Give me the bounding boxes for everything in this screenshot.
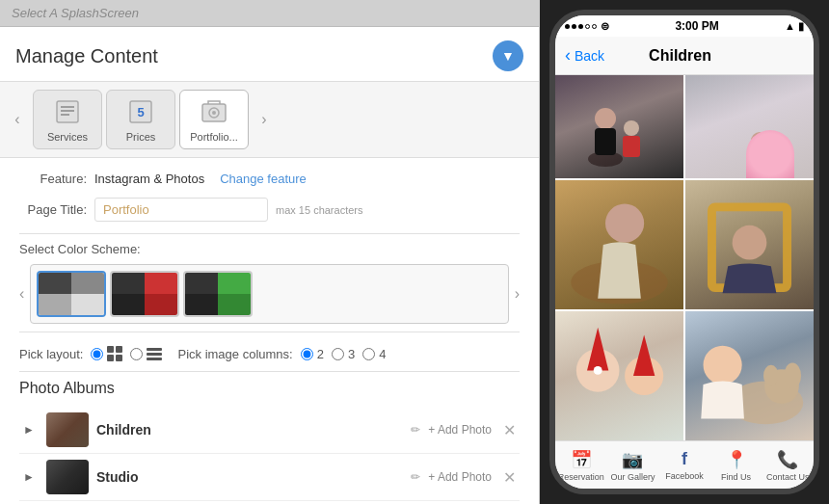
svg-point-10: [595, 108, 616, 129]
add-photo-studio-btn[interactable]: + Add Photo: [428, 470, 492, 484]
color-swatch-dark-red[interactable]: [110, 271, 179, 317]
portfolio-tab-label: Portfolio...: [190, 131, 238, 143]
grid-icon: [107, 346, 122, 361]
left-panel: Select A SplashScreen Manage Content ▼ ‹…: [0, 0, 540, 504]
tab-portfolio[interactable]: Portfolio...: [179, 90, 249, 149]
page-title-input[interactable]: [94, 198, 268, 222]
svg-marker-22: [633, 335, 655, 376]
color-scheme-next[interactable]: ›: [515, 285, 520, 303]
tab-prices[interactable]: 5 Prices: [106, 90, 175, 149]
prices-tab-label: Prices: [126, 131, 156, 143]
album-expand-studio[interactable]: ►: [23, 470, 39, 484]
image-columns-label: Pick image columns:: [177, 347, 292, 361]
change-feature-link[interactable]: Change feature: [220, 172, 307, 186]
remove-studio-btn[interactable]: ✕: [503, 468, 516, 487]
svg-rect-11: [595, 128, 616, 155]
status-time: 3:00 PM: [675, 19, 718, 33]
color-swatch-dark-gray[interactable]: [37, 271, 106, 317]
svg-marker-19: [587, 328, 608, 371]
photo-grid: [555, 75, 814, 440]
photo-cell-2[interactable]: [685, 75, 814, 178]
reservation-icon: 📅: [571, 449, 592, 470]
svg-point-27: [704, 346, 742, 385]
edit-studio-icon[interactable]: ✏: [411, 470, 420, 484]
columns-2-option[interactable]: 2: [301, 347, 324, 361]
services-tab-label: Services: [47, 131, 88, 143]
ios-tab-reservation[interactable]: 📅 Reservation: [555, 449, 607, 482]
content-area: Feature: Instagram & Photos Change featu…: [0, 158, 539, 504]
findus-label: Find Us: [721, 472, 751, 482]
services-icon: [52, 96, 83, 127]
svg-point-26: [763, 365, 779, 386]
page-title-label: Page Title:: [19, 202, 87, 217]
photo-cell-3[interactable]: [555, 180, 683, 309]
list-icon: [147, 346, 162, 361]
nav-prev-arrow[interactable]: ‹: [6, 108, 29, 131]
album-name-children: Children: [96, 422, 403, 438]
ios-tab-bar: 📅 Reservation 📷 Our Gallery f Facebook 📍…: [555, 440, 814, 489]
layout-grid-option[interactable]: [91, 346, 122, 361]
dropdown-button[interactable]: ▼: [493, 40, 523, 71]
ios-back-button[interactable]: ‹ Back: [565, 45, 604, 66]
facebook-label: Facebook: [665, 471, 704, 481]
divider-1: [19, 233, 520, 234]
back-chevron-icon: ‹: [565, 45, 571, 66]
contact-icon: 📞: [777, 449, 798, 470]
photo-cell-6[interactable]: [685, 311, 814, 440]
photo-cell-4[interactable]: [685, 180, 814, 309]
columns-4-label: 4: [379, 347, 386, 361]
ios-nav-bar: ‹ Back Children: [555, 37, 814, 75]
svg-rect-0: [57, 101, 78, 122]
color-swatch-dark-green[interactable]: [183, 271, 253, 317]
gallery-label: Our Gallery: [610, 472, 655, 482]
portfolio-icon: [199, 96, 229, 127]
svg-point-25: [784, 363, 801, 389]
album-thumb-children: [46, 412, 89, 447]
top-bar-title: Select A SplashScreen: [12, 6, 139, 20]
color-scheme-row: ‹: [19, 264, 520, 324]
photo-cell-1[interactable]: [555, 75, 683, 178]
divider-2: [19, 332, 520, 332]
nav-next-arrow[interactable]: ›: [253, 108, 276, 131]
ios-tab-findus[interactable]: 📍 Find Us: [710, 449, 762, 482]
remove-children-btn[interactable]: ✕: [503, 421, 516, 439]
color-scheme-label: Select Color Scheme:: [19, 242, 520, 256]
layout-label: Pick layout:: [19, 347, 83, 361]
photo-cell-5[interactable]: [555, 311, 683, 440]
photo-albums-title: Photo Albums: [19, 380, 520, 397]
status-signal-icon: ▲: [785, 20, 795, 32]
findus-icon: 📍: [726, 449, 747, 470]
edit-children-icon[interactable]: ✏: [411, 423, 420, 437]
columns-4-option[interactable]: 4: [362, 347, 386, 361]
status-left: ⊜: [565, 20, 609, 33]
ios-status-bar: ⊜ 3:00 PM ▲ ▮: [555, 15, 814, 37]
svg-point-12: [624, 120, 639, 136]
status-signal-dots: [565, 24, 597, 29]
ios-tab-facebook[interactable]: f Facebook: [658, 449, 710, 481]
ios-tab-gallery[interactable]: 📷 Our Gallery: [607, 449, 659, 482]
add-photo-children-btn[interactable]: + Add Photo: [428, 423, 492, 437]
prices-icon: 5: [125, 96, 156, 127]
svg-point-8: [212, 111, 216, 115]
tab-services[interactable]: Services: [33, 90, 102, 149]
layout-row: Pick layout: Pick image columns:: [19, 346, 520, 361]
status-battery-icon: ▮: [798, 20, 804, 33]
svg-text:5: 5: [137, 105, 144, 119]
ios-tab-contact[interactable]: 📞 Contact Us: [762, 449, 814, 482]
album-name-studio: Studio: [96, 469, 403, 485]
columns-2-label: 2: [317, 347, 324, 361]
status-wifi-icon: ⊜: [601, 20, 609, 33]
album-expand-children[interactable]: ►: [23, 423, 39, 437]
status-right: ▲ ▮: [785, 20, 804, 33]
page-title-row: Page Title: max 15 characters: [19, 198, 520, 222]
iphone-screen: ⊜ 3:00 PM ▲ ▮ ‹ Back Children: [555, 15, 814, 489]
max-chars-label: max 15 characters: [276, 204, 362, 216]
color-scheme-prev[interactable]: ‹: [19, 285, 24, 303]
gallery-icon: 📷: [622, 449, 643, 470]
columns-3-option[interactable]: 3: [332, 347, 355, 361]
layout-section: Pick layout:: [19, 346, 162, 361]
feature-value: Instagram & Photos: [94, 172, 204, 186]
layout-list-option[interactable]: [130, 346, 162, 361]
ios-nav-title: Children: [649, 47, 711, 65]
svg-point-20: [594, 366, 602, 375]
